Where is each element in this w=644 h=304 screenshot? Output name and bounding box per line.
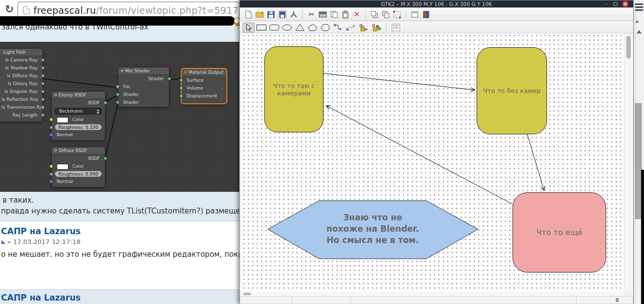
- collapse-triangle-icon[interactable]: [184, 71, 188, 74]
- socket-gray[interactable]: [49, 125, 53, 129]
- socket-gray[interactable]: [41, 74, 45, 78]
- socket-green[interactable]: [167, 77, 171, 81]
- quote-line-2: правда нужно сделать систему TList(TCust…: [1, 207, 259, 215]
- horizontal-scrollbar-thumb[interactable]: [243, 293, 251, 295]
- reload-icon[interactable]: ↻: [3, 2, 16, 16]
- overflow-chevrons-icon[interactable]: »: [635, 18, 639, 25]
- socket-green[interactable]: [103, 101, 107, 105]
- canvas-vertical-scrollbar[interactable]: [624, 33, 633, 292]
- post-timestamp: » 17.03.2017 12:17:18: [5, 238, 80, 245]
- hexagon-line: Знаю что не: [294, 212, 451, 223]
- socket-yellow[interactable]: [49, 164, 53, 168]
- exit-icon[interactable]: [421, 10, 431, 19]
- output-is-transmission-ray: Is Transmission Ray: [0, 103, 42, 111]
- ellipse-tool[interactable]: [281, 23, 293, 32]
- socket-green[interactable]: [179, 78, 183, 82]
- output-is-reflection-ray: Is Reflection Ray: [0, 95, 42, 103]
- bring-forward-icon[interactable]: [370, 10, 379, 19]
- color-swatch[interactable]: [57, 164, 68, 170]
- socket-gray[interactable]: [116, 85, 120, 89]
- rounded-rectangle-tool[interactable]: [268, 23, 280, 32]
- node-output-header[interactable]: Material Output: [182, 69, 226, 76]
- socket-purple[interactable]: [49, 133, 53, 137]
- anchor-points-tool[interactable]: [371, 23, 383, 32]
- shape-hexagon-label[interactable]: Знаю что не похоже на Blender. Но смысл …: [294, 212, 451, 246]
- copy-icon[interactable]: [329, 10, 339, 19]
- socket-gray[interactable]: [41, 58, 45, 62]
- grid-toggle-tool[interactable]: [390, 23, 402, 32]
- collapse-triangle-icon[interactable]: [54, 150, 58, 152]
- delete-icon[interactable]: ✕: [352, 10, 361, 19]
- socket-green[interactable]: [116, 100, 120, 104]
- socket-purple[interactable]: [49, 180, 53, 183]
- scroll-up-arrow[interactable]: [637, 30, 642, 33]
- collapse-triangle-icon[interactable]: [120, 70, 124, 72]
- socket-green[interactable]: [179, 86, 183, 90]
- close-button[interactable]: ×: [622, 1, 628, 7]
- output-is-camera-ray: Is Camera Ray: [0, 56, 42, 64]
- socket-yellow[interactable]: [49, 118, 53, 122]
- distribution-dropdown[interactable]: Beckmann: [55, 108, 102, 115]
- maximize-button[interactable]: [613, 2, 617, 6]
- send-backward-icon[interactable]: [381, 10, 390, 19]
- input-roughness: [52, 170, 105, 178]
- new-window-icon[interactable]: [410, 10, 419, 19]
- topic-title-link-bottom[interactable]: САПР на Lazarus: [1, 293, 81, 303]
- socket-gray[interactable]: [41, 66, 45, 70]
- node-diffuse-header[interactable]: Diffuse BSDF: [52, 147, 105, 154]
- pentagon-tool[interactable]: [307, 23, 319, 32]
- input-shader-2: Shader: [118, 98, 169, 106]
- menu-icon[interactable]: [635, 3, 643, 12]
- vertical-scrollbar-thumb[interactable]: [626, 36, 631, 59]
- node-material-output[interactable]: Material Output Surface Volume Displacem…: [181, 68, 227, 104]
- socket-gray[interactable]: [41, 82, 45, 86]
- output-is-shadow-ray: Is Shadow Ray: [0, 64, 42, 72]
- paste-icon[interactable]: [341, 10, 350, 19]
- output-shader: Shader: [118, 75, 169, 83]
- socket-gray[interactable]: [41, 90, 45, 93]
- socket-green[interactable]: [116, 92, 120, 96]
- node-glossy-header[interactable]: Glossy BSDF: [52, 91, 105, 99]
- url-text: freepascal.ru/forum/viewtopic.php?t=5917…: [33, 5, 240, 16]
- export-bmp-icon[interactable]: BMP: [318, 10, 327, 19]
- save-icon[interactable]: [266, 10, 276, 19]
- input-volume: Volume: [182, 84, 226, 92]
- gtk-titlebar[interactable]: GTK2 – M.X 300 M.Y 106 : G.X 300 G.Y 106…: [240, 0, 633, 7]
- cut-icon[interactable]: ✂: [307, 10, 316, 19]
- curve-connector-tool[interactable]: [345, 23, 357, 32]
- select-region-icon[interactable]: [392, 10, 402, 19]
- node-glossy-bsdf[interactable]: Glossy BSDF BSDF Beckmann Color Roughnes…: [51, 91, 105, 141]
- shape-box-cameras[interactable]: Что то там с камерами: [264, 46, 323, 132]
- node-light-path-header[interactable]: Light Path: [0, 49, 42, 56]
- socket-gray[interactable]: [41, 105, 45, 109]
- socket-gray[interactable]: [49, 172, 53, 176]
- shape-box-else[interactable]: Что то ещё: [513, 192, 606, 273]
- socket-gray[interactable]: [41, 113, 45, 117]
- post-author-suffix[interactable]: ь: [1, 238, 5, 245]
- topic-title-link[interactable]: САПР на Lazarus: [1, 226, 81, 236]
- socket-gray[interactable]: [41, 97, 45, 101]
- merge-icon[interactable]: [289, 10, 298, 19]
- shape-box-no-cameras[interactable]: Что то без камер: [477, 47, 547, 134]
- minimize-button[interactable]: –: [605, 0, 608, 7]
- triangle-tool[interactable]: [294, 23, 306, 32]
- new-document-icon[interactable]: [244, 10, 253, 19]
- canvas-horizontal-scrollbar[interactable]: [242, 292, 624, 296]
- save-as-icon[interactable]: [278, 10, 287, 19]
- hexagon-tool[interactable]: [320, 23, 331, 32]
- color-swatch[interactable]: [57, 117, 68, 123]
- node-mix-header[interactable]: Mix Shader: [118, 67, 169, 75]
- diagram-canvas[interactable]: Что то там с камерами Что то без камер Ч…: [242, 33, 624, 292]
- node-diffuse-bsdf[interactable]: Diffuse BSDF BSDF Color Roughness: 0.000…: [51, 147, 105, 187]
- socket-green[interactable]: [103, 156, 107, 160]
- rectangle-tool[interactable]: [256, 23, 267, 32]
- node-mix-shader[interactable]: Mix Shader Shader Fac Shader Shader: [118, 67, 169, 107]
- hexagon-line: похоже на Blender.: [294, 223, 451, 235]
- select-cursor-tool[interactable]: [243, 23, 255, 32]
- collapse-triangle-icon[interactable]: [54, 94, 58, 96]
- anchor-lock-tool[interactable]: [358, 23, 370, 32]
- elbow-connector-tool[interactable]: [332, 23, 344, 32]
- node-light-path[interactable]: Light Path Is Camera Ray Is Shadow Ray I…: [0, 48, 43, 122]
- socket-gray[interactable]: [179, 94, 183, 98]
- open-folder-icon[interactable]: [255, 10, 264, 19]
